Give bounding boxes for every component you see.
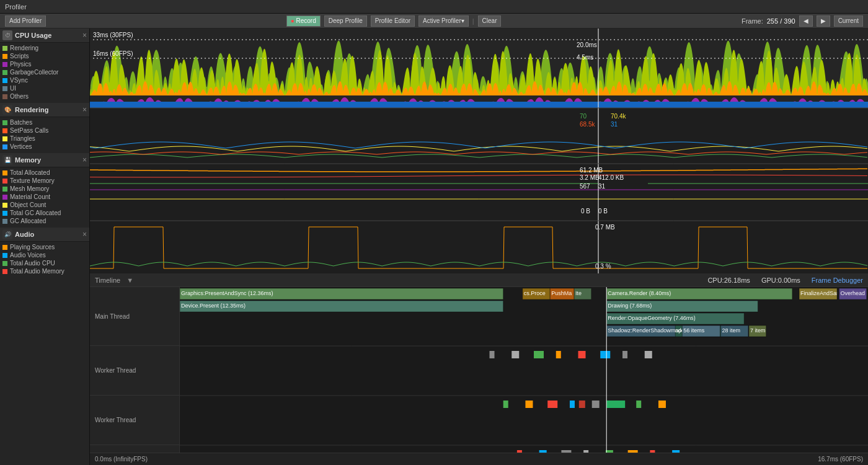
- cpu-title: CPU Usage: [15, 32, 51, 39]
- footer-right: 16.7ms (60FPS): [818, 456, 863, 463]
- timeline-area: Timeline ▼ CPU:26.18ms GPU:0.00ms Frame …: [90, 273, 868, 465]
- audio-title: Audio: [15, 231, 34, 238]
- frame-debugger[interactable]: Frame Debugger: [812, 277, 863, 284]
- record-button[interactable]: ● Record: [286, 16, 321, 27]
- main-layout: ⏱ CPU Usage × Rendering Scripts Physics …: [0, 29, 868, 465]
- title-bar: Profiler: [0, 0, 868, 14]
- frame-label: Frame:: [742, 17, 763, 25]
- total-alloc-dot: [2, 170, 7, 175]
- cpu-section-header[interactable]: ⏱ CPU Usage ×: [0, 29, 89, 43]
- triangles-dot: [2, 136, 7, 141]
- mat-count-dot: [2, 195, 7, 200]
- sidebar: ⏱ CPU Usage × Rendering Scripts Physics …: [0, 29, 90, 465]
- frame-prev-button[interactable]: ◀: [799, 16, 813, 27]
- deep-profile-button[interactable]: Deep Profile: [324, 16, 367, 27]
- obj-count-dot: [2, 203, 7, 208]
- profile-editor-button[interactable]: Profile Editor: [371, 16, 415, 27]
- timeline-footer: 0.0ms (InfinityFPS) 16.7ms (60FPS): [90, 453, 868, 465]
- rendering-section-header[interactable]: 🎨 Rendering ×: [0, 103, 89, 117]
- clear-button[interactable]: Clear: [478, 16, 502, 27]
- gpu-time: GPU:0.00ms: [761, 277, 800, 284]
- batches-dot: [2, 120, 7, 125]
- cpu-icon: ⏱: [2, 30, 12, 40]
- worker2-thread-label: Worker Thread: [90, 396, 179, 445]
- thread-labels: Main Thread Worker Thread Worker Thread …: [90, 287, 180, 453]
- playing-dot: [2, 245, 7, 250]
- others-label: Others: [10, 93, 29, 100]
- legend-setpass: SetPass Calls: [2, 126, 87, 135]
- frame-value: 255 / 390: [767, 17, 795, 25]
- rendering-legend: Batches SetPass Calls Triangles Vertices: [0, 117, 89, 153]
- memory-close[interactable]: ×: [82, 156, 87, 164]
- add-profiler-button[interactable]: Add Profiler: [5, 16, 46, 27]
- ui-dot: [2, 86, 7, 91]
- main-thread-label: Main Thread: [90, 287, 179, 346]
- audio-cpu-dot: [2, 261, 7, 266]
- vsync-dot: [2, 78, 7, 83]
- scripts-dot: [2, 54, 7, 59]
- active-profiler-button[interactable]: Active Profiler ▾: [418, 16, 469, 27]
- audio-mem-dot: [2, 269, 7, 274]
- setpass-dot: [2, 128, 7, 133]
- timeline-canvas: [180, 287, 868, 453]
- toolbar-left: Add Profiler: [5, 16, 46, 27]
- tex-mem-dot: [2, 179, 7, 184]
- audio-legend: Playing Sources Audio Voices Total Audio…: [0, 242, 89, 278]
- legend-vertices: Vertices: [2, 143, 87, 151]
- timeline-content: Main Thread Worker Thread Worker Thread …: [90, 287, 868, 453]
- legend-others: Others: [2, 92, 87, 100]
- content: Timeline ▼ CPU:26.18ms GPU:0.00ms Frame …: [90, 29, 868, 465]
- rendering-icon: 🎨: [2, 105, 12, 115]
- memory-title: Memory: [15, 156, 41, 164]
- legend-batches: Batches: [2, 118, 87, 126]
- toolbar: Add Profiler ● Record Deep Profile Profi…: [0, 14, 868, 29]
- legend-vsync: VSync: [2, 76, 87, 84]
- legend-physics: Physics: [2, 60, 87, 68]
- charts-canvas: [90, 29, 868, 273]
- legend-scripts: Scripts: [2, 52, 87, 60]
- toolbar-center: ● Record Deep Profile Profile Editor Act…: [286, 16, 502, 27]
- current-button[interactable]: Current: [834, 16, 863, 27]
- toolbar-sep: |: [472, 17, 474, 25]
- memory-section-header[interactable]: 💾 Memory ×: [0, 153, 89, 167]
- toolbar-right: Frame: 255 / 390 ◀ ▶ Current: [742, 16, 863, 27]
- legend-gc: GarbageCollector: [2, 68, 87, 76]
- rendering-dot: [2, 46, 7, 51]
- voices-dot: [2, 253, 7, 258]
- memory-icon: 💾: [2, 155, 12, 165]
- audio-close[interactable]: ×: [82, 230, 87, 239]
- timeline-header: Timeline ▼ CPU:26.18ms GPU:0.00ms Frame …: [90, 273, 868, 287]
- rendering-title: Rendering: [15, 106, 48, 113]
- legend-ui: UI: [2, 84, 87, 92]
- legend-rendering: Rendering: [2, 44, 87, 52]
- worker3-thread-label: Worker Thread: [90, 445, 179, 453]
- cpu-close[interactable]: ×: [82, 31, 87, 40]
- timeline-collapse[interactable]: ▼: [126, 277, 133, 284]
- cpu-legend: Rendering Scripts Physics GarbageCollect…: [0, 43, 89, 103]
- charts-area[interactable]: [90, 29, 868, 273]
- timeline-tracks: [180, 287, 868, 453]
- legend-triangles: Triangles: [2, 135, 87, 143]
- cpu-time: CPU:26.18ms: [707, 277, 750, 284]
- total-gc-dot: [2, 211, 7, 216]
- title-text: Profiler: [5, 3, 27, 11]
- rendering-close[interactable]: ×: [82, 105, 87, 114]
- physics-dot: [2, 62, 7, 67]
- gc-dot: [2, 70, 7, 75]
- worker1-thread-label: Worker Thread: [90, 346, 179, 396]
- memory-legend: Total Allocated Texture Memory Mesh Memo…: [0, 167, 89, 228]
- timeline-label: Timeline: [95, 277, 120, 284]
- vertices-dot: [2, 144, 7, 149]
- mesh-mem-dot: [2, 187, 7, 192]
- audio-icon: 🔊: [2, 229, 12, 239]
- others-dot: [2, 94, 7, 99]
- footer-left: 0.0ms (InfinityFPS): [95, 456, 148, 463]
- audio-section-header[interactable]: 🔊 Audio ×: [0, 228, 89, 242]
- gc-alloc-dot: [2, 219, 7, 224]
- frame-next-button[interactable]: ▶: [817, 16, 830, 27]
